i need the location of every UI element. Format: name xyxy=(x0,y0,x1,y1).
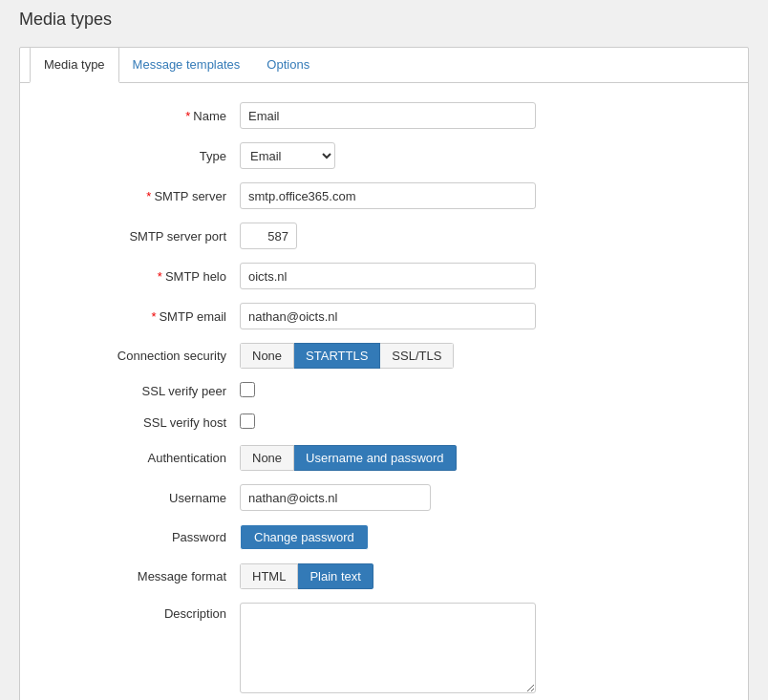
authentication-label: Authentication xyxy=(49,451,240,465)
connection-security-none-btn[interactable]: None xyxy=(240,343,294,369)
authentication-field-container: None Username and password xyxy=(240,445,719,471)
connection-security-field-container: None STARTTLS SSL/TLS xyxy=(240,343,719,369)
smtp-server-input[interactable] xyxy=(240,182,536,209)
name-input[interactable] xyxy=(240,102,536,129)
authentication-btn-group: None Username and password xyxy=(240,445,457,471)
smtp-port-row: SMTP server port xyxy=(49,223,719,249)
smtp-email-row: *SMTP email xyxy=(49,303,719,329)
connection-security-starttls-btn[interactable]: STARTTLS xyxy=(294,343,380,369)
tab-message-templates[interactable]: Message templates xyxy=(119,48,254,83)
smtp-helo-row: *SMTP helo xyxy=(49,263,719,289)
smtp-server-field-container xyxy=(240,182,719,209)
connection-security-row: Connection security None STARTTLS SSL/TL… xyxy=(49,343,719,369)
smtp-helo-required-star: * xyxy=(158,269,162,284)
ssl-verify-peer-label: SSL verify peer xyxy=(49,384,240,398)
smtp-port-field-container xyxy=(240,223,719,249)
ssl-verify-host-checkbox[interactable] xyxy=(240,414,255,429)
ssl-verify-host-field-container xyxy=(240,414,719,432)
tabs: Media type Message templates Options xyxy=(20,48,748,83)
message-format-row: Message format HTML Plain text xyxy=(49,563,719,589)
form-container: *Name Type Email SMS Jabber Script SNMP … xyxy=(20,83,748,700)
type-label: Type xyxy=(49,149,240,163)
message-format-label: Message format xyxy=(49,569,240,583)
type-select[interactable]: Email SMS Jabber Script SNMP trap Webhoo… xyxy=(240,142,335,169)
username-field-container xyxy=(240,484,719,511)
message-format-plaintext-btn[interactable]: Plain text xyxy=(298,563,373,589)
smtp-helo-label: *SMTP helo xyxy=(49,269,240,284)
password-label: Password xyxy=(49,530,240,544)
type-row: Type Email SMS Jabber Script SNMP trap W… xyxy=(49,142,719,169)
smtp-server-row: *SMTP server xyxy=(49,182,719,209)
connection-security-ssltls-btn[interactable]: SSL/TLS xyxy=(380,343,454,369)
smtp-port-input[interactable] xyxy=(240,223,297,249)
password-field-container: Change password xyxy=(240,524,719,550)
description-row: Description xyxy=(49,603,719,696)
authentication-row: Authentication None Username and passwor… xyxy=(49,445,719,471)
description-field-container xyxy=(240,603,719,696)
card: Media type Message templates Options *Na… xyxy=(19,47,749,700)
smtp-server-required-star: * xyxy=(146,189,151,203)
smtp-port-label: SMTP server port xyxy=(49,229,240,244)
ssl-verify-peer-checkbox[interactable] xyxy=(240,382,255,397)
smtp-helo-input[interactable] xyxy=(240,263,536,289)
ssl-verify-host-label: SSL verify host xyxy=(49,415,240,430)
tab-media-type[interactable]: Media type xyxy=(30,47,119,83)
tab-options[interactable]: Options xyxy=(253,48,323,83)
page-title: Media types xyxy=(19,10,749,37)
username-row: Username xyxy=(49,484,719,511)
username-input[interactable] xyxy=(240,484,431,511)
description-textarea[interactable] xyxy=(240,603,536,693)
authentication-userpass-btn[interactable]: Username and password xyxy=(294,445,457,471)
name-row: *Name xyxy=(49,102,719,129)
type-field-container: Email SMS Jabber Script SNMP trap Webhoo… xyxy=(240,142,719,169)
name-required-star: * xyxy=(185,109,190,123)
page-container: Media types Media type Message templates… xyxy=(0,0,768,700)
ssl-verify-peer-row: SSL verify peer xyxy=(49,382,719,400)
smtp-email-label: *SMTP email xyxy=(49,309,240,324)
smtp-server-label: *SMTP server xyxy=(49,189,240,203)
ssl-verify-host-row: SSL verify host xyxy=(49,414,719,432)
name-field-container xyxy=(240,102,719,129)
name-label: *Name xyxy=(49,109,240,123)
ssl-verify-peer-field-container xyxy=(240,382,719,400)
smtp-email-input[interactable] xyxy=(240,303,536,329)
change-password-button[interactable]: Change password xyxy=(240,524,369,550)
message-format-field-container: HTML Plain text xyxy=(240,563,719,589)
connection-security-label: Connection security xyxy=(49,349,240,363)
connection-security-btn-group: None STARTTLS SSL/TLS xyxy=(240,343,454,369)
password-row: Password Change password xyxy=(49,524,719,550)
smtp-email-required-star: * xyxy=(151,309,156,324)
smtp-email-field-container xyxy=(240,303,719,329)
description-label: Description xyxy=(49,603,240,621)
username-label: Username xyxy=(49,491,240,505)
message-format-html-btn[interactable]: HTML xyxy=(240,563,298,589)
message-format-btn-group: HTML Plain text xyxy=(240,563,373,589)
smtp-helo-field-container xyxy=(240,263,719,289)
authentication-none-btn[interactable]: None xyxy=(240,445,294,471)
